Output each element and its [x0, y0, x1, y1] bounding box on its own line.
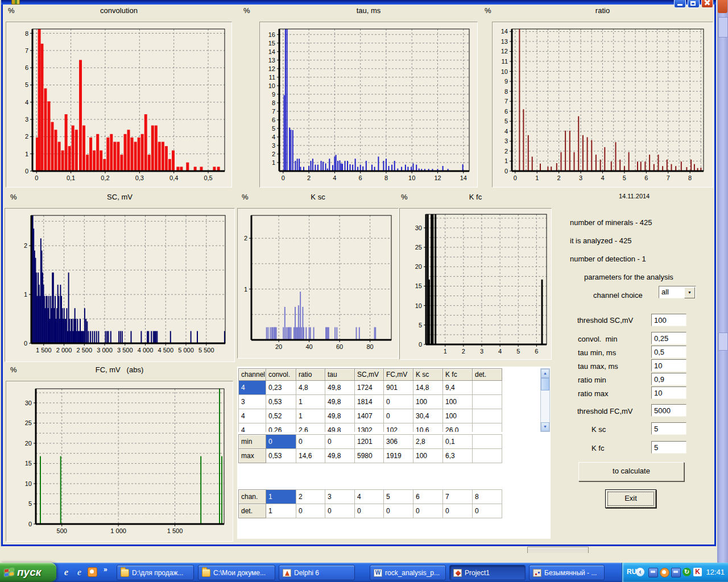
table-cell[interactable]: 1919: [384, 449, 413, 463]
table-cell[interactable]: 0: [296, 435, 325, 449]
table-cell[interactable]: 5: [384, 490, 413, 504]
table-cell[interactable]: 0: [296, 504, 325, 518]
network-icon[interactable]: [648, 568, 658, 577]
taskbar-task-6[interactable]: Безымянный - ...: [529, 565, 605, 580]
table-cell[interactable]: 0: [355, 504, 384, 518]
table-cell[interactable]: 0: [384, 409, 413, 423]
table-cell[interactable]: 10,6: [413, 423, 443, 433]
table-cell[interactable]: 30,4: [413, 409, 443, 423]
table-cell[interactable]: 3: [239, 395, 266, 409]
table-cell[interactable]: 0: [325, 435, 355, 449]
table-cell[interactable]: 100: [443, 409, 473, 423]
table-cell[interactable]: 0: [384, 504, 413, 518]
table-cell[interactable]: 4: [239, 409, 266, 423]
table-cell[interactable]: 49,8: [325, 395, 355, 409]
column-header[interactable]: K fc: [443, 369, 473, 381]
table-cell[interactable]: 100: [443, 395, 473, 409]
scroll-up-icon[interactable]: ▲: [541, 369, 549, 378]
table-cell[interactable]: 4: [239, 423, 266, 433]
table-cell[interactable]: 4: [239, 381, 266, 395]
table-cell[interactable]: 306: [384, 435, 413, 449]
results-table-scrollbar[interactable]: ▲ ▼: [540, 368, 550, 432]
table-cell[interactable]: 0: [384, 395, 413, 409]
channel-choice-select[interactable]: all ▼: [659, 286, 696, 298]
table-cell[interactable]: 5980: [355, 449, 384, 463]
table-cell[interactable]: 1: [266, 504, 296, 518]
table-cell[interactable]: 0: [413, 504, 443, 518]
column-header[interactable]: K sc: [413, 369, 443, 381]
table-cell[interactable]: 901: [384, 381, 413, 395]
table-cell[interactable]: 14,8: [413, 381, 443, 395]
table-cell[interactable]: 0: [325, 504, 355, 518]
table-cell[interactable]: 2,6: [296, 423, 325, 433]
table-cell[interactable]: 0,26: [266, 423, 296, 433]
taskbar-task-4[interactable]: rock_analysis_p...: [370, 565, 446, 580]
table-cell[interactable]: 1814: [355, 395, 384, 409]
start-button[interactable]: пуск: [0, 563, 56, 582]
ratio-min-field[interactable]: [651, 373, 686, 385]
quick-launch-overflow-icon[interactable]: »: [104, 566, 107, 573]
tau-min-field[interactable]: [651, 346, 686, 358]
table-cell[interactable]: [473, 449, 502, 463]
k-sc-field[interactable]: [651, 422, 686, 435]
threshold-sc-field[interactable]: [651, 314, 686, 326]
collapse-icon[interactable]: [636, 568, 644, 576]
table-cell[interactable]: 0,23: [266, 381, 296, 395]
table-cell[interactable]: 7: [443, 490, 473, 504]
language-indicator[interactable]: RU: [627, 568, 636, 576]
taskbar-task-1[interactable]: D:\для продаж...: [117, 565, 194, 580]
table-cell[interactable]: 1302: [355, 423, 384, 433]
table-cell[interactable]: 0,53: [266, 449, 296, 463]
table-cell[interactable]: 49,8: [325, 381, 355, 395]
table-cell[interactable]: 102: [384, 423, 413, 433]
table-cell[interactable]: 8: [473, 490, 502, 504]
refresh-icon[interactable]: [682, 568, 691, 576]
trayclock-icon[interactable]: [660, 568, 669, 577]
table-cell[interactable]: 1: [266, 490, 296, 504]
table-cell[interactable]: 1: [296, 409, 325, 423]
column-header[interactable]: FC,mV: [384, 369, 413, 381]
table-cell[interactable]: 49,8: [325, 423, 355, 433]
k-fc-field[interactable]: [651, 441, 686, 454]
chevron-down-icon[interactable]: ▼: [684, 287, 695, 298]
scroll-down-icon[interactable]: ▼: [541, 422, 549, 431]
network-icon[interactable]: [671, 568, 681, 577]
table-cell[interactable]: 9,4: [443, 381, 473, 395]
table-cell[interactable]: 2: [296, 490, 325, 504]
table-cell[interactable]: 14,6: [296, 449, 325, 463]
tau-max-field[interactable]: [651, 359, 686, 372]
table-cell[interactable]: 100: [413, 395, 443, 409]
table-cell[interactable]: 2,8: [413, 435, 443, 449]
ratio-max-field[interactable]: [651, 386, 686, 399]
convol-min-field[interactable]: [651, 332, 686, 344]
column-header[interactable]: tau: [325, 369, 355, 381]
taskbar-task-2[interactable]: C:\Мои докуме...: [198, 565, 275, 580]
table-cell[interactable]: 0: [443, 504, 473, 518]
taskbar-task-5[interactable]: Project1: [449, 565, 526, 580]
column-header[interactable]: channel: [239, 369, 266, 381]
table-cell[interactable]: [473, 409, 502, 423]
table-cell[interactable]: 26,0: [443, 423, 473, 433]
table-cell[interactable]: [473, 395, 502, 409]
scheduler-icon[interactable]: [88, 567, 97, 577]
table-cell[interactable]: 49,8: [325, 449, 355, 463]
ie-icon[interactable]: e: [75, 567, 84, 577]
table-cell[interactable]: 4,8: [296, 381, 325, 395]
ie-icon[interactable]: e: [61, 567, 71, 577]
taskbar-task-3[interactable]: Delphi 6: [279, 565, 355, 580]
table-cell[interactable]: 49,8: [325, 409, 355, 423]
exit-button[interactable]: Exit: [605, 489, 656, 508]
scrollbar-thumb[interactable]: [541, 378, 549, 390]
table-cell[interactable]: 1407: [355, 409, 384, 423]
kaspersky-icon[interactable]: [693, 568, 702, 576]
table-cell[interactable]: 0,1: [443, 435, 473, 449]
calculate-button[interactable]: to calculate: [578, 462, 684, 481]
table-cell[interactable]: [473, 423, 502, 433]
threshold-fc-field[interactable]: [651, 404, 686, 417]
table-cell[interactable]: 3: [325, 490, 355, 504]
table-cell[interactable]: 6,3: [443, 449, 473, 463]
table-cell[interactable]: 0,52: [266, 409, 296, 423]
column-header[interactable]: convol.: [266, 369, 296, 381]
table-cell[interactable]: [473, 381, 502, 395]
column-header[interactable]: SC,mV: [355, 369, 384, 381]
